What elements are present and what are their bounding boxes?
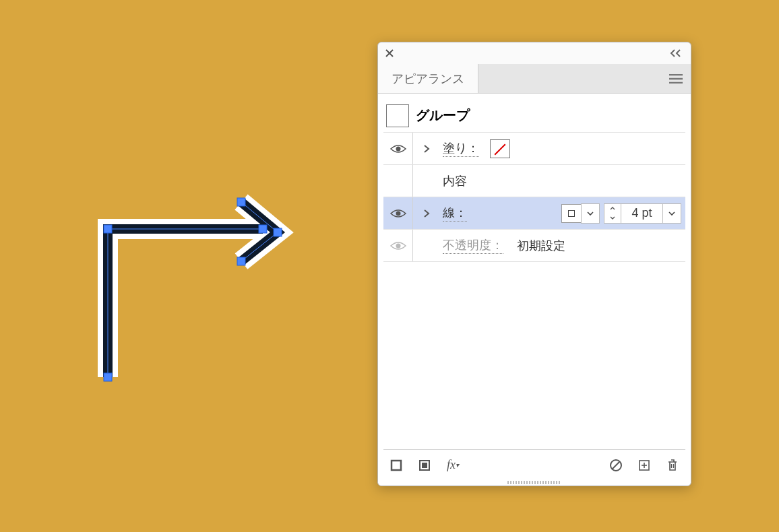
panel-menu-icon[interactable] [661,74,691,84]
stroke-weight-dropdown[interactable] [662,203,681,224]
new-fill-icon[interactable] [416,457,433,474]
stroke-color-dropdown[interactable] [581,203,600,224]
new-stroke-icon[interactable] [387,457,405,474]
stroke-label: 線： [440,205,467,222]
add-effect-icon[interactable]: fx▾ [444,457,462,474]
visibility-toggle[interactable] [383,197,413,229]
svg-point-6 [396,146,400,151]
panel-tabbar: アピアランス [378,64,691,94]
svg-rect-3 [237,198,245,206]
svg-point-8 [396,243,400,248]
delete-item-icon[interactable] [664,457,681,474]
opacity-value[interactable]: 初期設定 [517,238,565,254]
panel-footer: fx▾ [383,449,685,480]
panel-titlebar[interactable] [378,42,691,64]
svg-rect-5 [237,257,245,265]
canvas-artwork-arrow[interactable] [88,189,303,391]
svg-rect-11 [422,463,427,468]
opacity-label: 不透明度： [440,237,503,254]
svg-rect-1 [104,225,112,233]
collapse-icon[interactable] [669,49,684,57]
tab-appearance[interactable]: アピアランス [378,64,478,93]
duplicate-item-icon[interactable] [635,457,653,474]
contents-label: 内容 [440,173,467,189]
svg-point-7 [396,211,400,215]
panel-body: グループ 塗り： 内容 [378,94,691,486]
panel-resize-grip[interactable] [383,479,685,486]
clear-appearance-icon[interactable] [607,457,625,474]
appearance-panel: アピアランス グループ 塗り： [377,42,691,486]
tab-label: アピアランス [392,71,464,87]
stroke-weight-control[interactable]: 4 pt [604,203,663,224]
visibility-toggle-dim[interactable] [383,230,413,261]
row-contents[interactable]: 内容 [383,165,685,197]
target-header-row[interactable]: グループ [383,99,685,133]
stroke-weight-value[interactable]: 4 pt [621,203,663,224]
svg-line-13 [613,461,620,469]
svg-rect-4 [274,228,282,236]
visibility-toggle[interactable] [383,133,413,164]
target-title: グループ [416,106,470,125]
svg-rect-2 [259,225,267,233]
svg-rect-9 [392,461,401,470]
target-thumbnail [386,104,409,127]
row-stroke[interactable]: 線： 4 pt [383,197,685,230]
row-opacity[interactable]: 不透明度： 初期設定 [383,230,685,262]
stroke-weight-stepper[interactable] [604,203,621,224]
visibility-placeholder [383,165,413,197]
close-icon[interactable] [385,48,394,58]
stroke-color-swatch[interactable] [561,204,582,223]
svg-rect-0 [104,373,112,381]
fill-swatch-none[interactable] [490,139,510,158]
fill-label: 塗り： [440,140,479,157]
expand-toggle[interactable] [413,209,440,218]
expand-toggle[interactable] [413,145,440,153]
row-fill[interactable]: 塗り： [383,133,685,165]
